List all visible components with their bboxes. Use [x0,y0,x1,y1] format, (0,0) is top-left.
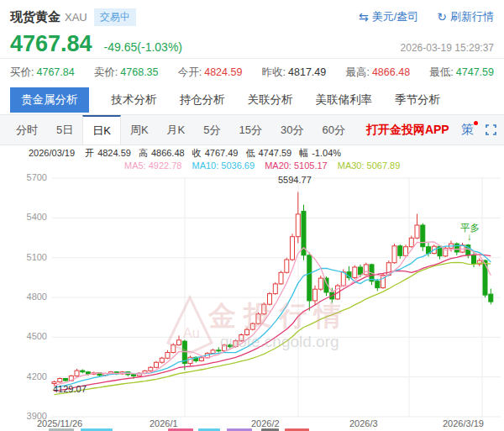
watermark-url: quote.cngold.org [220,333,339,351]
unit-toggle-label: 美元/盎司 [372,9,419,24]
timeframe-5m[interactable]: 5分 [194,115,229,145]
timeframe-60m[interactable]: 60分 [312,115,354,145]
x-tick-1: 2026/1 [150,418,178,428]
open-app-link[interactable]: 打开金投网APP [360,115,456,145]
notification-dot [474,121,478,125]
ohlc-field-label: 开 [85,148,94,158]
quote-stats-row: 买价:4767.84卖价:4768.35今开:4824.59昨收:4817.49… [0,59,504,86]
y-tick-5100: 5100 [0,252,47,262]
signal-arrow-icon: ↓ [467,232,472,242]
tab-correlation[interactable]: 关联分析 [248,92,293,108]
analysis-tabs: 贵金属分析技术分析持仓分析关联分析美联储利率季节分析 [0,86,504,114]
timeframe-30m[interactable]: 30分 [271,115,312,145]
ohlc-field-label: 高 [139,148,148,158]
ohlc-field-label: 收 [192,148,202,158]
stat-value: 4817.49 [288,66,326,78]
chart-date: 2026/03/19 [29,148,75,158]
ohlc-field-低: 低4747.59 [245,148,291,158]
stat-value: 4866.48 [372,66,410,78]
trading-status-badge: 交易中 [94,8,136,26]
chart-info: 2026/03/19 开4824.59高4866.48收4767.49低4747… [0,147,504,169]
timeframe-time[interactable]: 分时 [7,115,47,145]
fullscreen-button[interactable] [479,115,503,145]
stat-low: 最低:4747.59 [429,66,494,80]
candlestick-chart[interactable]: Au 金投行情 quote.cngold.org 5594.77 4129.07… [0,169,504,431]
x-tick-2: 2026/2 [251,418,280,428]
stat-label: 买价: [10,66,34,78]
x-tick-3: 2026/3 [349,418,378,428]
trough-annotation: 4129.07 [53,384,87,394]
refresh-label: 刷新行情 [450,9,494,24]
refresh-quote-link[interactable]: ↻ 刷新行情 [437,9,494,24]
svg-text:Au: Au [183,326,200,340]
ohlc-field-value: 4747.59 [258,148,291,158]
stat-label: 最高: [345,66,369,78]
ohlc-field-幅: 幅-1.04% [299,148,341,158]
y-tick-4800: 4800 [0,292,47,302]
strategy-label: 策 [461,122,474,138]
instrument-symbol: XAU [65,11,87,24]
timeframe-15m[interactable]: 15分 [229,115,270,145]
ohlc-field-收: 收4767.49 [192,148,239,158]
tab-fed-rate[interactable]: 美联储利率 [316,92,373,108]
unit-toggle-link[interactable]: ⇆ 美元/盎司 [359,9,418,24]
strategy-button[interactable]: 策 [456,115,479,145]
x-tick-0: 2025/11/26 [37,418,82,428]
stat-high: 最高:4866.48 [345,66,410,80]
ohlc-field-label: 低 [245,148,255,158]
y-tick-5400: 5400 [0,212,47,222]
watermark-brand: 金投行情 [208,297,349,335]
quote-header: 现货黄金 XAU 交易中 ⇆ 美元/盎司 ↻ 刷新行情 4767.84 -49.… [0,0,504,59]
refresh-icon: ↻ [437,10,447,24]
last-price: 4767.84 [10,31,92,56]
stat-value: 4768.35 [120,66,158,78]
stat-value: 4767.84 [36,66,74,78]
price-change: -49.65(-1.03%) [104,40,182,54]
timeframe-1d[interactable]: 日K [82,115,121,145]
stat-label: 昨收: [262,66,286,78]
instrument-name: 现货黄金 [10,9,60,25]
y-tick-5700: 5700 [0,172,47,182]
tab-precious-metal[interactable]: 贵金属分析 [10,87,89,113]
tab-position[interactable]: 持仓分析 [180,92,225,108]
stat-label: 最低: [429,66,453,78]
timeframe-1mo[interactable]: 月K [158,115,195,145]
ohlc-readout: 2026/03/19 开4824.59高4866.48收4767.49低4747… [29,147,504,160]
quote-timestamp: 2026-03-19 15:29:37 [401,42,494,54]
fullscreen-icon [486,124,496,135]
swap-icon: ⇆ [359,10,369,24]
ohlc-field-value: -1.04% [312,148,341,158]
stat-value: 4747.59 [456,66,494,78]
ohlc-field-value: 4866.48 [151,148,185,158]
ohlc-field-label: 幅 [299,148,308,158]
stat-bid: 买价:4767.84 [10,66,75,80]
peak-annotation: 5594.77 [278,175,312,185]
ohlc-field-高: 高4866.48 [139,148,185,158]
ohlc-field-value: 4824.59 [97,148,131,158]
stat-value: 4824.59 [204,66,242,78]
stat-prev-close: 昨收:4817.49 [262,66,327,80]
tab-seasonal[interactable]: 季节分析 [395,92,440,108]
stat-open: 今开:4824.59 [178,66,243,80]
x-tick-4: 2026/3/19 [443,418,484,428]
stat-ask: 卖价:4768.35 [94,66,159,80]
y-tick-4500: 4500 [0,331,47,341]
ohlc-field-value: 4767.49 [205,148,239,158]
stat-label: 今开: [178,66,202,78]
y-tick-4200: 4200 [0,371,47,381]
ohlc-field-开: 开4824.59 [85,148,131,158]
tab-technical[interactable]: 技术分析 [112,92,157,108]
timeframe-5d[interactable]: 5日 [47,115,82,145]
stat-label: 卖价: [94,66,118,78]
timeframe-1w[interactable]: 周K [121,115,158,145]
chart-toolbar: 分时5日日K周K月K5分15分30分60分打开金投网APP 策 ⋮ [0,114,504,145]
